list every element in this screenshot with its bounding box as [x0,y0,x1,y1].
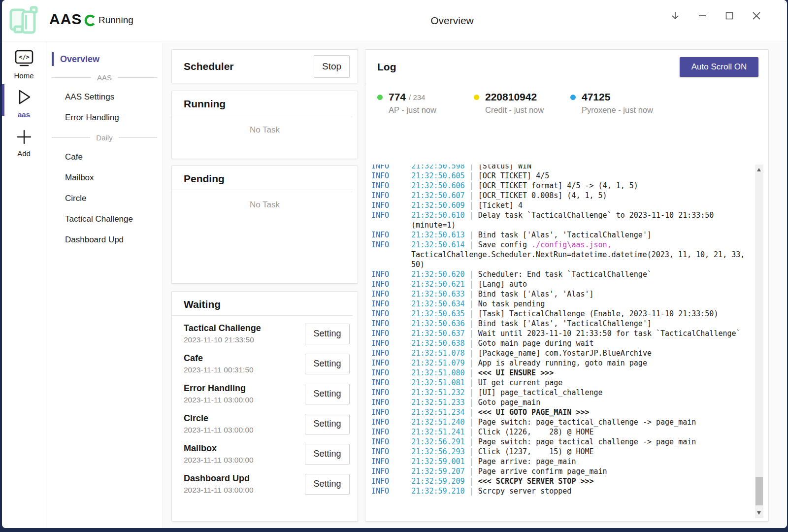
rail-item-add[interactable]: Add [2,128,46,158]
nav-item-aas-settings[interactable]: AAS Settings [47,87,162,107]
log-message: Wait until 2023-11-10 21:33:50 for task … [478,329,741,338]
log-time: 21:32:56.291 [411,437,464,446]
scrollbar-thumb[interactable] [755,477,763,505]
log-time: 21:32:50.605 [411,171,464,180]
scheduler-title: Scheduler [184,61,314,72]
log-separator: | [465,487,478,496]
nav-section-aas: AAS [47,68,162,87]
log-line: INFO 21:32:50.635 | [Task] TacticalChall… [371,309,746,319]
log-level: INFO [371,329,411,338]
log-separator: | [465,418,478,427]
task-setting-button[interactable]: Setting [305,414,350,434]
stat-value: 220810942 [485,91,537,103]
stat-value: 774 [389,91,406,103]
log-level: INFO [371,447,411,456]
log-level: INFO [371,398,411,407]
app-logo-icon [6,4,41,36]
nav-item-label: Dashboard Upd [65,235,124,245]
log-line: INFO 21:32:51.232 | [UI] page_tactical_c… [371,388,746,398]
dashboard-stat: 774/ 234AP - just now [377,91,474,115]
dashboard-stat: 220810942Credit - just now [474,91,570,115]
rail-item-label: aas [18,110,30,119]
log-time: 21:32:50.621 [411,280,464,289]
log-message: Bind task ['Alas', 'TacticalChallenge'] [478,231,652,239]
log-time: 21:32:50.607 [411,191,464,200]
log-time: 21:32:51.241 [411,428,464,436]
log-message: App is already running, goto main page [478,359,647,367]
log-separator: | [465,457,478,466]
log-time: 21:32:51.233 [411,398,464,407]
log-message: Page arrive: page_main [478,457,576,466]
task-setting-button[interactable]: Setting [305,384,350,404]
running-title: Running [184,98,353,110]
maximize-icon[interactable] [723,10,735,22]
log-message: Goto main page during wait [478,339,594,348]
stat-value-row: 47125 [570,91,667,103]
log-scrollbar[interactable] [755,165,763,518]
nav-item-tactical-challenge[interactable]: Tactical Challenge [47,209,162,230]
log-message: [Ticket] 4 [478,201,523,210]
log-message: [Package_name] com.YostarJP.BlueArchive [478,349,652,358]
task-setting-button[interactable]: Setting [305,324,350,344]
rail-item-aas[interactable]: aas [2,87,46,119]
nav-item-overview[interactable]: Overview [47,50,162,68]
hide-to-tray-icon[interactable] [669,10,681,22]
task-name: Error Handling [184,383,305,394]
rail-item-label: Home [14,71,33,80]
log-card: Log Auto Scroll ON 774/ 234AP - just now… [365,49,769,522]
log-separator: | [465,437,478,446]
log-message: Page arrive confirm page_main [478,467,607,476]
stat-label: Credit - just now [485,105,570,115]
log-separator: | [465,339,478,348]
log-message: Scheduler: End task `TacticalChallenge` [478,270,652,279]
left-rail: </> Home aas Add [2,42,46,528]
section-divider-line [119,137,157,138]
stat-dot-icon [377,95,383,100]
nav-item-mailbox[interactable]: Mailbox [47,167,162,188]
log-separator: | [465,477,478,486]
log-separator: | [465,319,478,328]
log-level: INFO [371,388,411,397]
task-name: Dashboard Upd [184,473,305,484]
log-message: <<< UI GOTO PAGE_MAIN >>> [478,408,590,417]
stop-button[interactable]: Stop [314,55,350,78]
log-line: INFO 21:32:51.081 | UI get current page [371,378,746,388]
log-message: [UI] page_tactical_challenge [478,388,603,397]
log-level: INFO [371,211,411,220]
close-icon[interactable] [751,10,762,22]
scrollbar-up-icon[interactable] [757,168,761,171]
log-separator: | [465,447,478,456]
log-line: INFO 21:32:59.210 | Scrcpy server stoppe… [371,486,746,496]
log-line: INFO 21:32:50.610 | Delay task `Tactical… [371,210,746,230]
log-console[interactable]: INFO 21:32:50.598 | [Status] WININFO 21:… [371,165,746,520]
pending-title: Pending [184,173,353,185]
log-time: 21:32:59.207 [411,467,464,476]
stat-value-suffix: / 234 [409,93,425,101]
scrollbar-down-icon[interactable] [757,511,761,515]
task-setting-button[interactable]: Setting [305,444,350,465]
nav-item-circle[interactable]: Circle [47,188,162,209]
task-setting-button[interactable]: Setting [305,474,350,495]
log-level: INFO [371,349,411,358]
log-separator: | [465,270,478,279]
log-line: INFO 21:32:50.613 | Bind task ['Alas', '… [371,230,746,240]
auto-scroll-toggle[interactable]: Auto Scroll ON [680,57,758,77]
log-time: 21:32:50.613 [411,231,464,239]
log-separator: | [465,329,478,338]
nav-item-dashboard-upd[interactable]: Dashboard Upd [47,230,162,250]
nav-item-error-handling[interactable]: Error Handling [47,107,162,128]
rail-item-home[interactable]: </> Home [2,42,46,80]
waiting-task-row: Error Handling2023-11-11 03:00:00Setting [184,379,350,409]
task-setting-button[interactable]: Setting [305,354,350,374]
log-time: 21:32:51.080 [411,368,464,377]
log-time: 21:32:56.293 [411,447,464,456]
log-level: INFO [371,457,411,466]
waiting-title: Waiting [184,299,353,310]
log-level: INFO [371,201,411,210]
log-config-path: ./config\aas.json, [531,240,612,249]
minimize-icon[interactable] [696,10,708,22]
log-time: 21:32:50.637 [411,329,464,338]
log-message: [Task] TacticalChallenge (Enable, 2023-1… [478,309,719,318]
waiting-task-row: Dashboard Upd2023-11-11 03:00:00Setting [184,469,350,499]
nav-item-cafe[interactable]: Cafe [47,147,162,167]
